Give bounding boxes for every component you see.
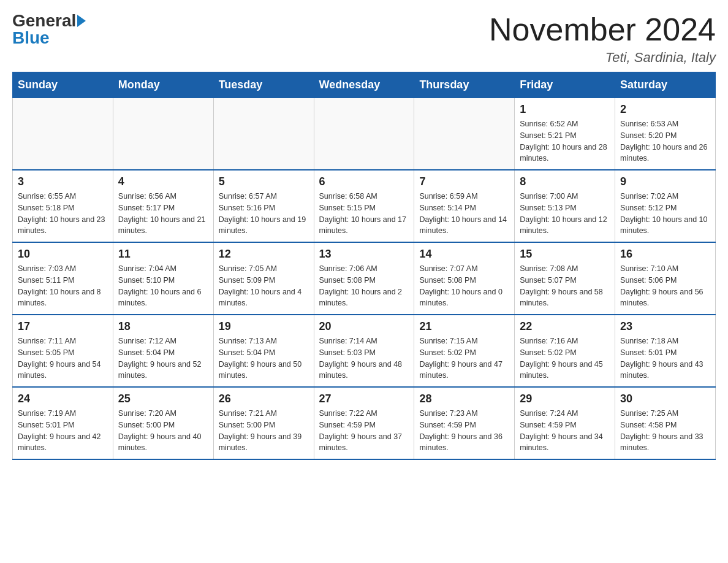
day-info: Sunrise: 7:10 AMSunset: 5:06 PMDaylight:… — [620, 263, 710, 309]
day-info: Sunrise: 7:22 AMSunset: 4:59 PMDaylight:… — [319, 408, 409, 454]
calendar-cell: 13Sunrise: 7:06 AMSunset: 5:08 PMDayligh… — [314, 242, 414, 315]
day-number: 26 — [219, 393, 309, 405]
calendar-cell: 20Sunrise: 7:14 AMSunset: 5:03 PMDayligh… — [314, 315, 414, 387]
calendar-cell: 12Sunrise: 7:05 AMSunset: 5:09 PMDayligh… — [213, 242, 314, 315]
calendar-cell: 19Sunrise: 7:13 AMSunset: 5:04 PMDayligh… — [213, 315, 314, 387]
day-info: Sunrise: 6:59 AMSunset: 5:14 PMDaylight:… — [419, 191, 509, 237]
title-block: November 2024 Teti, Sardinia, Italy — [489, 12, 716, 66]
calendar-cell: 15Sunrise: 7:08 AMSunset: 5:07 PMDayligh… — [515, 242, 615, 315]
day-number: 17 — [18, 320, 108, 333]
day-info: Sunrise: 6:55 AMSunset: 5:18 PMDaylight:… — [18, 191, 108, 237]
calendar-cell: 2Sunrise: 6:53 AMSunset: 5:20 PMDaylight… — [615, 98, 716, 170]
day-info: Sunrise: 7:14 AMSunset: 5:03 PMDaylight:… — [319, 335, 409, 381]
calendar-body: 1Sunrise: 6:52 AMSunset: 5:21 PMDaylight… — [13, 98, 716, 460]
day-info: Sunrise: 7:18 AMSunset: 5:01 PMDaylight:… — [620, 335, 710, 381]
day-number: 3 — [18, 175, 108, 188]
day-info: Sunrise: 7:19 AMSunset: 5:01 PMDaylight:… — [18, 408, 108, 454]
calendar-cell — [113, 98, 213, 170]
day-number: 2 — [620, 103, 710, 116]
day-info: Sunrise: 6:57 AMSunset: 5:16 PMDaylight:… — [219, 191, 309, 237]
day-info: Sunrise: 7:08 AMSunset: 5:07 PMDaylight:… — [520, 263, 610, 309]
calendar-cell — [414, 98, 515, 170]
calendar-cell: 24Sunrise: 7:19 AMSunset: 5:01 PMDayligh… — [13, 387, 113, 459]
calendar-cell: 26Sunrise: 7:21 AMSunset: 5:00 PMDayligh… — [213, 387, 314, 459]
calendar-cell: 18Sunrise: 7:12 AMSunset: 5:04 PMDayligh… — [113, 315, 213, 387]
day-number: 10 — [18, 248, 108, 261]
day-info: Sunrise: 6:53 AMSunset: 5:20 PMDaylight:… — [620, 118, 710, 164]
day-number: 13 — [319, 248, 409, 261]
day-info: Sunrise: 7:06 AMSunset: 5:08 PMDaylight:… — [319, 263, 409, 309]
day-number: 20 — [319, 320, 409, 333]
logo-blue-text: Blue — [12, 29, 50, 47]
calendar-week-1: 1Sunrise: 6:52 AMSunset: 5:21 PMDaylight… — [13, 98, 716, 170]
day-number: 27 — [319, 393, 409, 405]
day-info: Sunrise: 7:11 AMSunset: 5:05 PMDaylight:… — [18, 335, 108, 381]
calendar-table: SundayMondayTuesdayWednesdayThursdayFrid… — [12, 72, 716, 460]
day-info: Sunrise: 7:20 AMSunset: 5:00 PMDaylight:… — [118, 408, 208, 454]
calendar-cell: 1Sunrise: 6:52 AMSunset: 5:21 PMDaylight… — [515, 98, 615, 170]
day-number: 28 — [419, 393, 509, 405]
calendar-cell: 4Sunrise: 6:56 AMSunset: 5:17 PMDaylight… — [113, 170, 213, 242]
day-info: Sunrise: 7:05 AMSunset: 5:09 PMDaylight:… — [219, 263, 309, 309]
weekday-header-friday: Friday — [515, 72, 615, 98]
calendar-cell: 22Sunrise: 7:16 AMSunset: 5:02 PMDayligh… — [515, 315, 615, 387]
calendar-cell: 27Sunrise: 7:22 AMSunset: 4:59 PMDayligh… — [314, 387, 414, 459]
day-info: Sunrise: 7:23 AMSunset: 4:59 PMDaylight:… — [419, 408, 509, 454]
day-info: Sunrise: 6:58 AMSunset: 5:15 PMDaylight:… — [319, 191, 409, 237]
day-number: 30 — [620, 393, 710, 405]
day-info: Sunrise: 7:21 AMSunset: 5:00 PMDaylight:… — [219, 408, 309, 454]
day-number: 1 — [520, 103, 610, 116]
calendar-cell: 11Sunrise: 7:04 AMSunset: 5:10 PMDayligh… — [113, 242, 213, 315]
day-info: Sunrise: 6:52 AMSunset: 5:21 PMDaylight:… — [520, 118, 610, 164]
weekday-header-tuesday: Tuesday — [213, 72, 314, 98]
day-number: 6 — [319, 175, 409, 188]
calendar-cell: 8Sunrise: 7:00 AMSunset: 5:13 PMDaylight… — [515, 170, 615, 242]
day-number: 21 — [419, 320, 509, 333]
day-info: Sunrise: 7:00 AMSunset: 5:13 PMDaylight:… — [520, 191, 610, 237]
calendar-cell: 10Sunrise: 7:03 AMSunset: 5:11 PMDayligh… — [13, 242, 113, 315]
weekday-header-wednesday: Wednesday — [314, 72, 414, 98]
calendar-cell: 17Sunrise: 7:11 AMSunset: 5:05 PMDayligh… — [13, 315, 113, 387]
day-number: 9 — [620, 175, 710, 188]
day-number: 12 — [219, 248, 309, 261]
day-number: 11 — [118, 248, 208, 261]
weekday-header-saturday: Saturday — [615, 72, 716, 98]
calendar-week-5: 24Sunrise: 7:19 AMSunset: 5:01 PMDayligh… — [13, 387, 716, 459]
calendar-header: SundayMondayTuesdayWednesdayThursdayFrid… — [13, 72, 716, 98]
day-info: Sunrise: 7:15 AMSunset: 5:02 PMDaylight:… — [419, 335, 509, 381]
day-number: 19 — [219, 320, 309, 333]
weekday-header-sunday: Sunday — [13, 72, 113, 98]
day-number: 15 — [520, 248, 610, 261]
day-number: 8 — [520, 175, 610, 188]
logo: General Blue — [12, 12, 86, 47]
calendar-cell — [13, 98, 113, 170]
day-info: Sunrise: 7:16 AMSunset: 5:02 PMDaylight:… — [520, 335, 610, 381]
day-number: 16 — [620, 248, 710, 261]
day-info: Sunrise: 7:24 AMSunset: 4:59 PMDaylight:… — [520, 408, 610, 454]
day-number: 5 — [219, 175, 309, 188]
weekday-header-thursday: Thursday — [414, 72, 515, 98]
calendar-cell: 5Sunrise: 6:57 AMSunset: 5:16 PMDaylight… — [213, 170, 314, 242]
weekday-header-monday: Monday — [113, 72, 213, 98]
calendar-cell: 3Sunrise: 6:55 AMSunset: 5:18 PMDaylight… — [13, 170, 113, 242]
day-number: 18 — [118, 320, 208, 333]
day-number: 24 — [18, 393, 108, 405]
day-info: Sunrise: 7:12 AMSunset: 5:04 PMDaylight:… — [118, 335, 208, 381]
day-number: 23 — [620, 320, 710, 333]
day-info: Sunrise: 7:25 AMSunset: 4:58 PMDaylight:… — [620, 408, 710, 454]
day-info: Sunrise: 7:03 AMSunset: 5:11 PMDaylight:… — [18, 263, 108, 309]
calendar-cell: 30Sunrise: 7:25 AMSunset: 4:58 PMDayligh… — [615, 387, 716, 459]
calendar-week-2: 3Sunrise: 6:55 AMSunset: 5:18 PMDaylight… — [13, 170, 716, 242]
day-number: 7 — [419, 175, 509, 188]
calendar-cell: 23Sunrise: 7:18 AMSunset: 5:01 PMDayligh… — [615, 315, 716, 387]
location-text: Teti, Sardinia, Italy — [489, 50, 716, 66]
page-header: General Blue November 2024 Teti, Sardini… — [12, 12, 716, 66]
calendar-cell: 7Sunrise: 6:59 AMSunset: 5:14 PMDaylight… — [414, 170, 515, 242]
calendar-week-4: 17Sunrise: 7:11 AMSunset: 5:05 PMDayligh… — [13, 315, 716, 387]
calendar-cell: 21Sunrise: 7:15 AMSunset: 5:02 PMDayligh… — [414, 315, 515, 387]
day-number: 29 — [520, 393, 610, 405]
weekday-header-row: SundayMondayTuesdayWednesdayThursdayFrid… — [13, 72, 716, 98]
calendar-cell: 16Sunrise: 7:10 AMSunset: 5:06 PMDayligh… — [615, 242, 716, 315]
month-title: November 2024 — [489, 12, 716, 47]
day-info: Sunrise: 7:04 AMSunset: 5:10 PMDaylight:… — [118, 263, 208, 309]
